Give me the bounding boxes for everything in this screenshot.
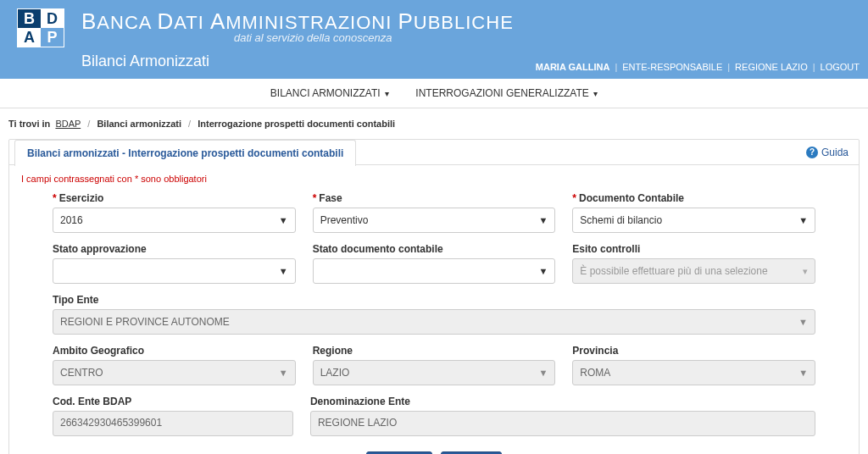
- chevron-down-icon: ▼: [279, 215, 288, 225]
- fase-label: *Fase: [313, 192, 556, 204]
- chevron-down-icon: ▾: [385, 89, 389, 98]
- documento-select[interactable]: Schemi di bilancio▼: [572, 208, 815, 233]
- help-icon: ?: [806, 147, 818, 158]
- denom-input: REGIONE LAZIO: [310, 411, 815, 436]
- esito-label: Esito controlli: [572, 243, 815, 255]
- regione-label: Regione: [313, 345, 556, 357]
- stato-approv-select[interactable]: ▼: [53, 258, 296, 284]
- documento-label: *Documento Contabile: [572, 192, 815, 204]
- user-region-link[interactable]: REGIONE LAZIO: [735, 62, 808, 72]
- user-bar: MARIA GALLINA | ENTE-RESPONSABILE | REGI…: [536, 62, 860, 72]
- chevron-down-icon: ▼: [798, 317, 808, 327]
- stato-doc-label: Stato documento contabile: [313, 243, 556, 255]
- esito-multiselect[interactable]: È possibile effettuare più di una selezi…: [572, 258, 815, 284]
- breadcrumb-bilanci: Bilanci armonizzati: [97, 119, 181, 129]
- breadcrumb-current: Interrogazione prospetti documenti conta…: [198, 119, 395, 129]
- breadcrumb-bdap[interactable]: BDAP: [55, 119, 81, 129]
- main-nav: BILANCI ARMONIZZATI ▾ INTERROGAZIONI GEN…: [0, 79, 868, 108]
- chevron-down-icon: ▼: [279, 368, 288, 378]
- ambito-select: CENTRO▼: [53, 360, 296, 385]
- ambito-label: Ambito Geografico: [53, 345, 296, 357]
- logout-link[interactable]: LOGOUT: [821, 62, 860, 72]
- main-panel: Bilanci armonizzati - Interrogazione pro…: [8, 139, 860, 454]
- fase-select[interactable]: Preventivo▼: [313, 208, 556, 233]
- provincia-select: ROMA▼: [572, 360, 815, 385]
- chevron-down-icon: ▾: [593, 89, 598, 98]
- app-subtitle: dati al servizio della conoscenza: [234, 31, 851, 44]
- nav-bilanci[interactable]: BILANCI ARMONIZZATI ▾: [259, 85, 401, 102]
- required-note: I campi contrassegnati con * sono obblig…: [21, 174, 847, 184]
- esercizio-select[interactable]: 2016▼: [53, 208, 296, 233]
- stato-doc-select[interactable]: ▼: [313, 258, 556, 284]
- caret-down-icon: ▾: [803, 266, 808, 277]
- stato-approv-label: Stato approvazione: [53, 243, 296, 255]
- regione-select: LAZIO▼: [313, 360, 556, 385]
- chevron-down-icon: ▼: [538, 266, 548, 276]
- chevron-down-icon: ▼: [538, 368, 548, 378]
- cod-ente-label: Cod. Ente BDAP: [53, 396, 293, 407]
- panel-tab[interactable]: Bilanci armonizzati - Interrogazione pro…: [14, 140, 356, 166]
- breadcrumb: Ti trovi in BDAP / Bilanci armonizzati /…: [0, 108, 868, 139]
- help-link[interactable]: ? Guida: [796, 147, 859, 158]
- chevron-down-icon: ▼: [279, 266, 288, 276]
- esercizio-label: *Esercizio: [53, 192, 296, 204]
- logo: BD AP: [17, 8, 64, 47]
- chevron-down-icon: ▼: [798, 368, 808, 378]
- provincia-label: Provincia: [572, 345, 815, 357]
- nav-interrogazioni[interactable]: INTERROGAZIONI GENERALIZZATE ▾: [403, 85, 609, 102]
- denom-label: Denominazione Ente: [310, 396, 815, 407]
- tipo-ente-label: Tipo Ente: [53, 294, 815, 306]
- user-name: MARIA GALLINA: [536, 62, 610, 72]
- header: BD AP BANCA DATI AMMINISTRAZIONI PUBBLIC…: [0, 0, 868, 79]
- tipo-ente-select: REGIONI E PROVINCE AUTONOME▼: [53, 309, 815, 335]
- user-role-link[interactable]: ENTE-RESPONSABILE: [622, 62, 722, 72]
- chevron-down-icon: ▼: [538, 215, 548, 225]
- chevron-down-icon: ▼: [798, 215, 808, 225]
- cod-ente-input: 266342930465399601: [53, 411, 293, 436]
